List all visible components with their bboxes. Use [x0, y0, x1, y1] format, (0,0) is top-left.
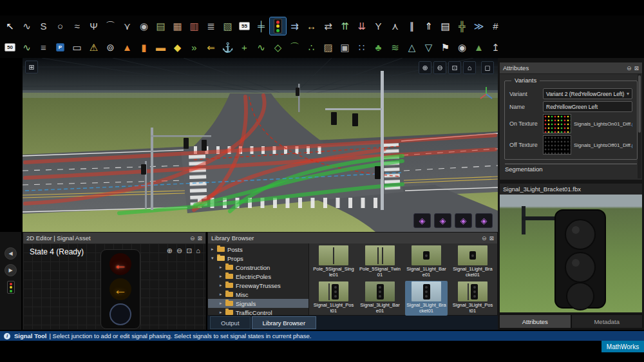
sidewalk-tool[interactable]: ▭ — [69, 39, 85, 56]
lane-width-tool[interactable]: ↔ — [303, 17, 319, 35]
lane-tool[interactable]: ⇉ — [287, 17, 303, 35]
tree-item-props[interactable]: ▾Props — [208, 254, 308, 263]
select-tool[interactable]: ↖ — [2, 17, 18, 35]
cone-tool[interactable]: ▲ — [119, 39, 135, 56]
parking-tool[interactable]: P — [52, 39, 68, 56]
view-cube-iso-2[interactable]: ◈ — [434, 213, 451, 228]
tree-tool[interactable]: ♣ — [370, 39, 386, 56]
expand-icon[interactable]: ▸ — [220, 292, 225, 297]
tree-item-freewaytrusses[interactable]: ▸FreewayTrusses — [208, 281, 308, 290]
unlit-light[interactable] — [109, 303, 131, 325]
collapse-icon[interactable]: ▾ — [211, 256, 217, 261]
close-panel-icon[interactable]: ⊠ — [197, 235, 202, 242]
speed-sign-50-tool[interactable]: 50 — [2, 39, 18, 56]
bike-lane-tool[interactable]: ⊚ — [102, 39, 118, 56]
texture-tool[interactable]: ▨ — [320, 39, 336, 56]
tab-output[interactable]: Output — [210, 316, 251, 329]
speed-limit-sign-tool[interactable]: 55 — [236, 17, 252, 35]
zoom-fit-icon[interactable]: ⊡ — [448, 61, 461, 74]
zoom-fit-icon[interactable]: ⊡ — [186, 247, 192, 255]
prop-span-tool[interactable]: ⌒ — [287, 39, 303, 56]
tree-item-electricpoles[interactable]: ▸ElectricPoles — [208, 272, 308, 281]
orientation-gizmo[interactable] — [478, 85, 495, 102]
junction-tool[interactable]: ╬ — [454, 17, 470, 35]
lane-merge-tool[interactable]: ⋏ — [387, 17, 403, 35]
tab-library-browser[interactable]: Library Browser — [252, 316, 317, 329]
road-ramp-tool[interactable]: ⌒ — [102, 17, 118, 35]
home-view-icon[interactable]: ⌂ — [463, 61, 476, 74]
prop-scatter-tool[interactable]: ∴ — [303, 39, 319, 56]
tab-metadata[interactable]: Metadata — [571, 314, 643, 329]
pin-tool[interactable]: ⚑ — [437, 39, 453, 56]
anchor-tool[interactable]: ⚓ — [220, 39, 236, 56]
view-cube-iso-4[interactable]: ◈ — [475, 213, 493, 228]
camera-tool[interactable]: ◉ — [454, 39, 470, 56]
zoom-in-icon[interactable]: ⊕ — [167, 247, 173, 255]
elevation-down-tool[interactable]: ▽ — [421, 39, 437, 56]
chevron-sign-tool[interactable]: » — [186, 39, 202, 56]
expand-icon[interactable]: ▸ — [220, 310, 225, 315]
lane-add-tool[interactable]: ⇈ — [337, 17, 353, 35]
road-curve-tool[interactable]: S — [35, 17, 52, 35]
hazard-sign-tool[interactable]: ◆ — [169, 39, 185, 56]
road-height-tool[interactable]: ▤ — [153, 17, 169, 35]
roundabout-tool[interactable]: ◉ — [136, 17, 152, 35]
signal-tool[interactable] — [270, 17, 286, 35]
prop-polygon-tool[interactable]: ◇ — [270, 39, 286, 56]
signal-asset-icon[interactable] — [7, 281, 15, 294]
grid-toggle-button[interactable]: ⊞ — [25, 61, 38, 73]
export-tool[interactable]: ↥ — [488, 39, 504, 56]
signage-curve-tool[interactable]: ∿ — [19, 39, 35, 56]
elevation-up-tool[interactable]: △ — [404, 39, 420, 56]
asset-Pole_5Signal_Single01[interactable]: Pole_5Signal_Single01 — [312, 245, 355, 280]
3d-viewport[interactable]: ⊞ ⊕⊖⊡⌂ ◻ ◈◈◈◈ — [23, 58, 498, 232]
asset-preview-viewport[interactable] — [500, 195, 642, 312]
road-fork-tool[interactable]: Ψ — [86, 17, 102, 35]
prop-point-tool[interactable]: + — [236, 39, 252, 56]
tree-item-construction[interactable]: ▸Construction — [208, 263, 308, 272]
float-panel-icon[interactable]: ⊖ — [482, 235, 487, 242]
expand-icon[interactable]: ▸ — [220, 301, 225, 306]
marking-lane-tool[interactable]: ∥ — [404, 17, 420, 35]
red-left-arrow-light[interactable]: ← — [109, 253, 131, 275]
expand-icon[interactable]: ▸ — [220, 274, 225, 279]
name-field[interactable]: RedYellowGreen Left — [543, 101, 632, 112]
asset-Signal_1Light_Bracket01[interactable]: Signal_1Light_Bracket01 — [451, 245, 494, 280]
asset-Pole_5Signal_Twin01[interactable]: Pole_5Signal_Twin01 — [359, 245, 401, 280]
attributes-scrollbar[interactable] — [638, 74, 641, 178]
expand-icon[interactable]: ▸ — [211, 247, 217, 252]
marking-point-tool[interactable]: ⇑ — [421, 17, 437, 35]
expand-icon[interactable]: ▸ — [220, 265, 225, 270]
prev-state-button[interactable]: ◀ — [5, 247, 17, 260]
asset-Signal_3Light_Post01[interactable]: Signal_3Light_Post01 — [451, 281, 494, 316]
close-panel-icon[interactable]: ⊠ — [489, 235, 494, 242]
signal-state-graphic[interactable]: ← ← — [100, 249, 140, 329]
tree-item-signals[interactable]: ▸Signals — [208, 299, 308, 308]
2d-editor-canvas[interactable]: State 4 (Ready) ⊕⊖⊡⌂ ← ← — [23, 243, 205, 329]
expand-icon[interactable]: ▸ — [220, 283, 225, 288]
off-texture-thumbnail[interactable] — [543, 135, 571, 155]
cross-section-tool[interactable]: ▥ — [186, 17, 202, 35]
lane-graph-tool[interactable]: ╪ — [253, 17, 269, 35]
arrow-board-tool[interactable]: ⇐ — [203, 39, 219, 56]
road-plan-tool[interactable]: ∿ — [19, 17, 35, 35]
barricade-tool[interactable]: ▬ — [153, 39, 169, 56]
view-cube-iso-3[interactable]: ◈ — [455, 213, 472, 228]
variant-dropdown[interactable]: Variant 2 (RedYellowGreen Left) ▾ — [543, 88, 632, 99]
close-panel-icon[interactable]: ⊠ — [634, 65, 639, 71]
segmentation-group-header[interactable]: Segmentation — [505, 164, 637, 173]
zoom-in-icon[interactable]: ⊕ — [419, 61, 431, 74]
float-panel-icon[interactable]: ⊖ — [190, 235, 195, 242]
pedestrian-tool[interactable]: ⚠ — [86, 39, 102, 56]
view-cube-iso-1[interactable]: ◈ — [413, 213, 431, 228]
home-view-icon[interactable]: ⌂ — [196, 247, 200, 255]
road-spiral-tool[interactable]: ≈ — [69, 17, 85, 35]
tree-item-misc[interactable]: ▸Misc — [208, 290, 308, 299]
yellow-left-arrow-light[interactable]: ← — [109, 278, 131, 300]
barrel-tool[interactable]: ▮ — [136, 39, 152, 56]
on-texture-thumbnail[interactable] — [543, 114, 571, 133]
float-panel-icon[interactable]: ⊖ — [627, 65, 632, 71]
tree-item-trafficcontrol[interactable]: ▸TrafficControl — [208, 308, 308, 315]
next-state-button[interactable]: ▶ — [5, 264, 17, 276]
lane-offset-tool[interactable]: ⇄ — [320, 17, 336, 35]
